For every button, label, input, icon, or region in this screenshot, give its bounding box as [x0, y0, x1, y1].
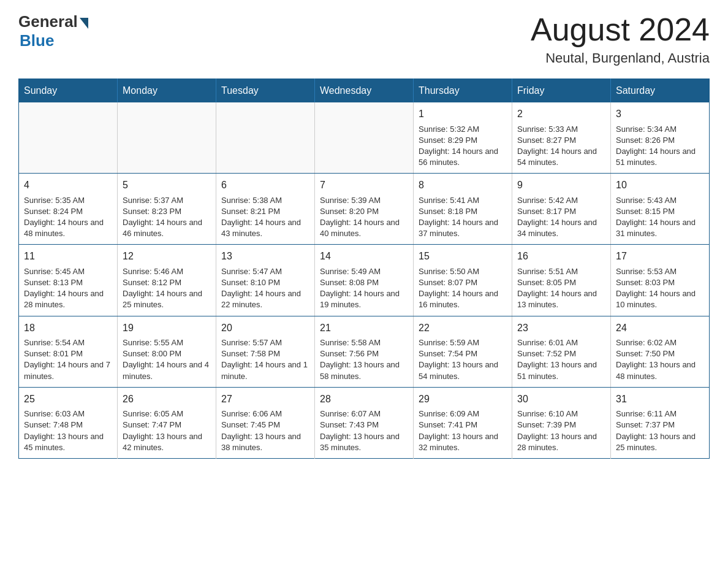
calendar-day-cell: 21Sunrise: 5:58 AMSunset: 7:56 PMDayligh…: [315, 316, 414, 387]
day-number: 16: [517, 250, 605, 263]
calendar-day-cell: 9Sunrise: 5:42 AMSunset: 8:17 PMDaylight…: [512, 174, 611, 245]
calendar-day-cell: [216, 102, 315, 174]
calendar-week-row: 1Sunrise: 5:32 AMSunset: 8:29 PMDaylight…: [19, 102, 710, 174]
day-number: 24: [616, 321, 704, 335]
calendar-day-header: Wednesday: [315, 79, 414, 103]
day-number: 25: [24, 393, 112, 406]
calendar-day-header: Sunday: [19, 79, 118, 103]
day-info: Sunrise: 5:46 AMSunset: 8:12 PMDaylight:…: [123, 266, 211, 311]
day-number: 4: [24, 178, 112, 192]
day-number: 13: [221, 250, 309, 263]
day-info: Sunrise: 5:59 AMSunset: 7:54 PMDaylight:…: [419, 337, 507, 382]
day-info: Sunrise: 5:55 AMSunset: 8:00 PMDaylight:…: [123, 337, 211, 382]
calendar-week-row: 18Sunrise: 5:54 AMSunset: 8:01 PMDayligh…: [19, 316, 710, 387]
calendar-day-cell: 3Sunrise: 5:34 AMSunset: 8:26 PMDaylight…: [611, 102, 710, 174]
day-number: 28: [320, 393, 408, 406]
calendar-day-cell: 16Sunrise: 5:51 AMSunset: 8:05 PMDayligh…: [512, 245, 611, 316]
day-info: Sunrise: 6:01 AMSunset: 7:52 PMDaylight:…: [517, 337, 605, 382]
calendar-day-header: Thursday: [414, 79, 512, 103]
calendar-day-cell: 11Sunrise: 5:45 AMSunset: 8:13 PMDayligh…: [19, 245, 118, 316]
calendar-day-cell: 20Sunrise: 5:57 AMSunset: 7:58 PMDayligh…: [216, 316, 315, 387]
day-number: 20: [221, 321, 309, 335]
day-info: Sunrise: 6:06 AMSunset: 7:45 PMDaylight:…: [221, 408, 309, 453]
calendar-day-cell: 24Sunrise: 6:02 AMSunset: 7:50 PMDayligh…: [611, 316, 710, 387]
day-info: Sunrise: 6:02 AMSunset: 7:50 PMDaylight:…: [616, 337, 704, 382]
day-info: Sunrise: 6:07 AMSunset: 7:43 PMDaylight:…: [320, 408, 408, 453]
day-number: 22: [419, 321, 507, 335]
day-info: Sunrise: 5:53 AMSunset: 8:03 PMDaylight:…: [616, 266, 704, 311]
calendar-day-cell: 27Sunrise: 6:06 AMSunset: 7:45 PMDayligh…: [216, 387, 315, 458]
calendar-day-header: Monday: [118, 79, 216, 103]
logo-blue-text: Blue: [20, 31, 54, 50]
location-text: Neutal, Burgenland, Austria: [531, 50, 710, 66]
calendar-day-cell: 28Sunrise: 6:07 AMSunset: 7:43 PMDayligh…: [315, 387, 414, 458]
logo-general-text: General: [18, 12, 78, 31]
day-number: 12: [123, 250, 211, 263]
day-number: 8: [419, 178, 507, 192]
day-number: 14: [320, 250, 408, 263]
calendar-day-cell: 23Sunrise: 6:01 AMSunset: 7:52 PMDayligh…: [512, 316, 611, 387]
calendar-day-cell: 5Sunrise: 5:37 AMSunset: 8:23 PMDaylight…: [118, 174, 216, 245]
day-info: Sunrise: 5:51 AMSunset: 8:05 PMDaylight:…: [517, 266, 605, 311]
calendar-day-cell: 13Sunrise: 5:47 AMSunset: 8:10 PMDayligh…: [216, 245, 315, 316]
day-number: 21: [320, 321, 408, 335]
calendar-day-cell: 18Sunrise: 5:54 AMSunset: 8:01 PMDayligh…: [19, 316, 118, 387]
day-number: 26: [123, 393, 211, 406]
day-info: Sunrise: 5:58 AMSunset: 7:56 PMDaylight:…: [320, 337, 408, 382]
calendar-day-cell: 19Sunrise: 5:55 AMSunset: 8:00 PMDayligh…: [118, 316, 216, 387]
day-info: Sunrise: 5:42 AMSunset: 8:17 PMDaylight:…: [517, 195, 605, 240]
calendar-day-cell: [19, 102, 118, 174]
calendar-day-cell: 1Sunrise: 5:32 AMSunset: 8:29 PMDaylight…: [414, 102, 512, 174]
day-number: 1: [419, 107, 507, 121]
day-number: 19: [123, 321, 211, 335]
calendar-day-cell: 22Sunrise: 5:59 AMSunset: 7:54 PMDayligh…: [414, 316, 512, 387]
title-section: August 2024 Neutal, Burgenland, Austria: [531, 12, 710, 66]
day-info: Sunrise: 5:37 AMSunset: 8:23 PMDaylight:…: [123, 195, 211, 240]
day-number: 11: [24, 250, 112, 263]
day-info: Sunrise: 5:35 AMSunset: 8:24 PMDaylight:…: [24, 195, 112, 240]
day-number: 10: [616, 178, 704, 192]
calendar-day-cell: 12Sunrise: 5:46 AMSunset: 8:12 PMDayligh…: [118, 245, 216, 316]
calendar-day-cell: 8Sunrise: 5:41 AMSunset: 8:18 PMDaylight…: [414, 174, 512, 245]
calendar-day-header: Saturday: [611, 79, 710, 103]
day-number: 17: [616, 250, 704, 263]
calendar-day-cell: 10Sunrise: 5:43 AMSunset: 8:15 PMDayligh…: [611, 174, 710, 245]
day-info: Sunrise: 5:32 AMSunset: 8:29 PMDaylight:…: [419, 124, 507, 169]
calendar-day-cell: 26Sunrise: 6:05 AMSunset: 7:47 PMDayligh…: [118, 387, 216, 458]
day-number: 29: [419, 393, 507, 406]
calendar-day-cell: 6Sunrise: 5:38 AMSunset: 8:21 PMDaylight…: [216, 174, 315, 245]
day-number: 18: [24, 321, 112, 335]
calendar-week-row: 25Sunrise: 6:03 AMSunset: 7:48 PMDayligh…: [19, 387, 710, 458]
calendar-week-row: 11Sunrise: 5:45 AMSunset: 8:13 PMDayligh…: [19, 245, 710, 316]
calendar-day-cell: 29Sunrise: 6:09 AMSunset: 7:41 PMDayligh…: [414, 387, 512, 458]
calendar-day-cell: 4Sunrise: 5:35 AMSunset: 8:24 PMDaylight…: [19, 174, 118, 245]
page-header: General Blue August 2024 Neutal, Burgenl…: [18, 12, 710, 66]
day-info: Sunrise: 5:38 AMSunset: 8:21 PMDaylight:…: [221, 195, 309, 240]
day-number: 30: [517, 393, 605, 406]
day-number: 6: [221, 178, 309, 192]
day-info: Sunrise: 5:47 AMSunset: 8:10 PMDaylight:…: [221, 266, 309, 311]
calendar-day-cell: 7Sunrise: 5:39 AMSunset: 8:20 PMDaylight…: [315, 174, 414, 245]
calendar-day-cell: [118, 102, 216, 174]
day-info: Sunrise: 5:57 AMSunset: 7:58 PMDaylight:…: [221, 337, 309, 382]
day-info: Sunrise: 6:05 AMSunset: 7:47 PMDaylight:…: [123, 408, 211, 453]
logo: General Blue: [18, 12, 88, 50]
day-number: 5: [123, 178, 211, 192]
calendar-day-cell: [315, 102, 414, 174]
logo-arrow-icon: [80, 18, 88, 29]
day-number: 15: [419, 250, 507, 263]
day-info: Sunrise: 6:11 AMSunset: 7:37 PMDaylight:…: [616, 408, 704, 453]
day-info: Sunrise: 5:49 AMSunset: 8:08 PMDaylight:…: [320, 266, 408, 311]
calendar-day-cell: 30Sunrise: 6:10 AMSunset: 7:39 PMDayligh…: [512, 387, 611, 458]
calendar-table: SundayMondayTuesdayWednesdayThursdayFrid…: [18, 79, 710, 459]
day-number: 9: [517, 178, 605, 192]
calendar-day-cell: 25Sunrise: 6:03 AMSunset: 7:48 PMDayligh…: [19, 387, 118, 458]
calendar-day-header: Tuesday: [216, 79, 315, 103]
day-info: Sunrise: 5:34 AMSunset: 8:26 PMDaylight:…: [616, 124, 704, 169]
day-info: Sunrise: 6:09 AMSunset: 7:41 PMDaylight:…: [419, 408, 507, 453]
day-number: 23: [517, 321, 605, 335]
calendar-day-cell: 2Sunrise: 5:33 AMSunset: 8:27 PMDaylight…: [512, 102, 611, 174]
day-info: Sunrise: 5:45 AMSunset: 8:13 PMDaylight:…: [24, 266, 112, 311]
calendar-week-row: 4Sunrise: 5:35 AMSunset: 8:24 PMDaylight…: [19, 174, 710, 245]
day-number: 2: [517, 107, 605, 121]
